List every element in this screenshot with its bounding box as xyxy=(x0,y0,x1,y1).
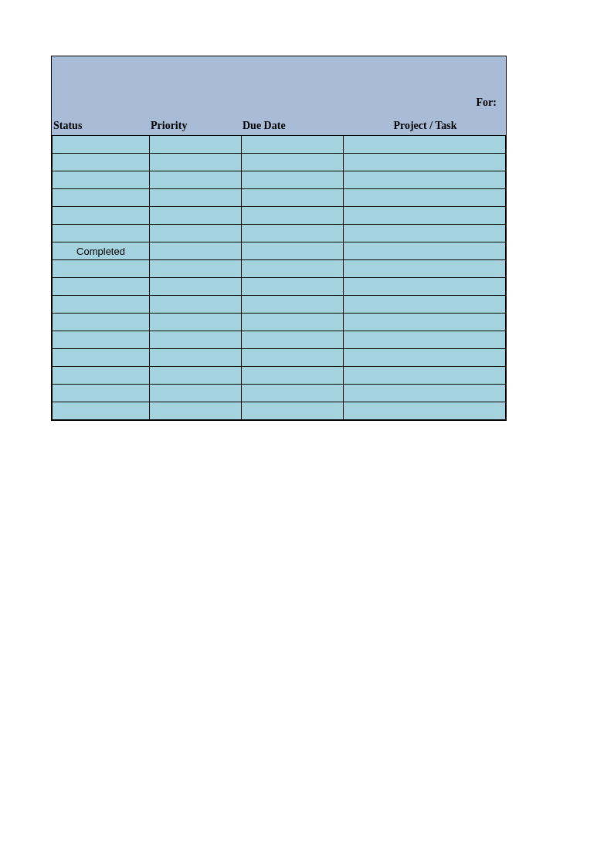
cell-project-task[interactable] xyxy=(344,367,506,385)
column-headers-row: Status Priority Due Date Project / Task xyxy=(52,112,506,135)
cell-due-date[interactable] xyxy=(242,314,344,331)
table-row xyxy=(53,189,506,207)
cell-priority[interactable] xyxy=(150,385,242,402)
table-row xyxy=(53,154,506,171)
table-row xyxy=(53,225,506,242)
table-row: Completed xyxy=(53,242,506,260)
cell-status[interactable] xyxy=(53,385,150,402)
for-label: For: xyxy=(477,97,497,109)
cell-project-task[interactable] xyxy=(344,242,506,260)
cell-status[interactable] xyxy=(53,260,150,278)
cell-status[interactable] xyxy=(53,314,150,331)
table-row xyxy=(53,367,506,385)
cell-priority[interactable] xyxy=(150,207,242,225)
cell-project-task[interactable] xyxy=(344,385,506,402)
table-row xyxy=(53,207,506,225)
cell-due-date[interactable] xyxy=(242,402,344,420)
cell-priority[interactable] xyxy=(150,171,242,189)
cell-status[interactable] xyxy=(53,189,150,207)
column-header-due-date: Due Date xyxy=(241,120,343,135)
cell-priority[interactable] xyxy=(150,242,242,260)
cell-status[interactable] xyxy=(53,171,150,189)
cell-project-task[interactable] xyxy=(344,136,506,154)
table-row xyxy=(53,136,506,154)
table-row xyxy=(53,314,506,331)
table-row xyxy=(53,278,506,296)
cell-status[interactable] xyxy=(53,154,150,171)
cell-due-date[interactable] xyxy=(242,136,344,154)
cell-project-task[interactable] xyxy=(344,349,506,367)
cell-status[interactable] xyxy=(53,278,150,296)
table-row xyxy=(53,296,506,314)
table-row xyxy=(53,385,506,402)
cell-priority[interactable] xyxy=(150,225,242,242)
cell-priority[interactable] xyxy=(150,278,242,296)
cell-due-date[interactable] xyxy=(242,349,344,367)
table-row xyxy=(53,349,506,367)
cell-due-date[interactable] xyxy=(242,242,344,260)
cell-priority[interactable] xyxy=(150,296,242,314)
cell-project-task[interactable] xyxy=(344,296,506,314)
cell-status[interactable] xyxy=(53,402,150,420)
task-table: Completed xyxy=(52,135,506,420)
cell-priority[interactable] xyxy=(150,136,242,154)
header-band: For: xyxy=(52,56,506,112)
column-header-priority: Priority xyxy=(149,120,241,135)
cell-status[interactable] xyxy=(53,296,150,314)
cell-due-date[interactable] xyxy=(242,296,344,314)
cell-priority[interactable] xyxy=(150,331,242,349)
cell-priority[interactable] xyxy=(150,367,242,385)
cell-due-date[interactable] xyxy=(242,171,344,189)
cell-due-date[interactable] xyxy=(242,385,344,402)
cell-priority[interactable] xyxy=(150,314,242,331)
task-sheet: For: Status Priority Due Date Project / … xyxy=(51,56,507,421)
cell-priority[interactable] xyxy=(150,349,242,367)
cell-priority[interactable] xyxy=(150,260,242,278)
table-row xyxy=(53,331,506,349)
cell-project-task[interactable] xyxy=(344,260,506,278)
table-row xyxy=(53,402,506,420)
cell-due-date[interactable] xyxy=(242,260,344,278)
cell-project-task[interactable] xyxy=(344,207,506,225)
cell-project-task[interactable] xyxy=(344,314,506,331)
cell-project-task[interactable] xyxy=(344,171,506,189)
cell-status[interactable] xyxy=(53,349,150,367)
cell-project-task[interactable] xyxy=(344,154,506,171)
cell-status[interactable] xyxy=(53,225,150,242)
cell-status[interactable] xyxy=(53,136,150,154)
cell-due-date[interactable] xyxy=(242,278,344,296)
cell-project-task[interactable] xyxy=(344,225,506,242)
cell-due-date[interactable] xyxy=(242,367,344,385)
cell-status[interactable] xyxy=(53,331,150,349)
cell-due-date[interactable] xyxy=(242,331,344,349)
column-header-project-task: Project / Task xyxy=(343,120,506,135)
table-row xyxy=(53,171,506,189)
cell-priority[interactable] xyxy=(150,154,242,171)
cell-project-task[interactable] xyxy=(344,331,506,349)
cell-status[interactable]: Completed xyxy=(53,242,150,260)
table-row xyxy=(53,260,506,278)
cell-due-date[interactable] xyxy=(242,225,344,242)
cell-project-task[interactable] xyxy=(344,402,506,420)
cell-priority[interactable] xyxy=(150,402,242,420)
cell-project-task[interactable] xyxy=(344,278,506,296)
cell-project-task[interactable] xyxy=(344,189,506,207)
cell-due-date[interactable] xyxy=(242,189,344,207)
column-header-status: Status xyxy=(52,120,149,135)
cell-status[interactable] xyxy=(53,367,150,385)
cell-priority[interactable] xyxy=(150,189,242,207)
cell-due-date[interactable] xyxy=(242,207,344,225)
cell-due-date[interactable] xyxy=(242,154,344,171)
cell-status[interactable] xyxy=(53,207,150,225)
